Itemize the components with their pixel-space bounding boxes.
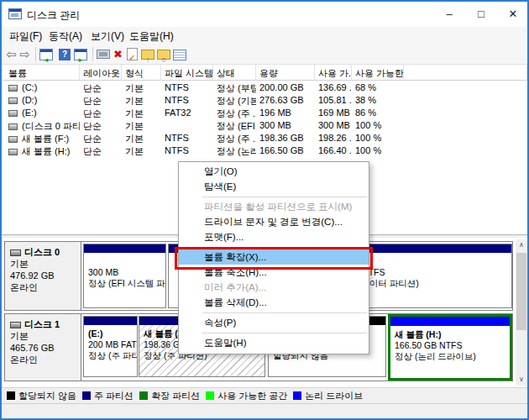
minimize-button[interactable]: – (435, 2, 464, 27)
menu-separator (179, 330, 369, 335)
legend-free-space: 사용 가능한 공간 (206, 390, 287, 402)
table-row[interactable]: (디스크 0 파티션 1) 단순 기본 정상 (EFI ... 300 MB 3… (3, 119, 527, 132)
console-tree-icon[interactable]: ◂ (39, 49, 53, 60)
menu-item-open[interactable]: 열기(O) (179, 164, 369, 179)
cell-layout: 단순 (80, 107, 122, 119)
partition-h-logical[interactable]: 새 볼륨 (H:) 166.50 GB NTFS 정상 (논리 드라이브) (388, 314, 512, 381)
cell-free: 198.26 ... (315, 132, 352, 144)
legend-swatch (293, 391, 301, 400)
column-header-type[interactable]: 형식 (122, 65, 161, 81)
disk0-name: 디스크 0 (24, 247, 60, 257)
folder-up-icon[interactable]: ↑ (141, 50, 155, 60)
computer-icon[interactable] (97, 50, 110, 59)
cell-fs: NTFS (161, 132, 213, 144)
menu-item-help[interactable]: 도움말(H) (179, 335, 369, 350)
menu-item-format[interactable]: 포맷(F)... (179, 229, 369, 244)
partition-efi[interactable]: 300 MB 정상 (EFI 시스템 파티션) (83, 244, 166, 308)
cell-layout: 단순 (80, 94, 122, 107)
cell-fs: NTFS (161, 144, 213, 157)
cell-free: 300 MB (315, 119, 352, 132)
disk1-label[interactable]: 디스크 1 기본 465.76 GB 온라인 (5, 314, 81, 381)
cell-capacity: 300 MB (256, 119, 315, 132)
cell-capacity: 166.50 GB (256, 144, 315, 157)
folder-search-icon[interactable]: ○ (157, 50, 170, 60)
menubar: 파일(F) 동작(A) 보기(V) 도움말(H) (2, 27, 527, 45)
menu-help[interactable]: 도움말(H) (129, 29, 174, 44)
forward-icon[interactable]: ⇨ (19, 47, 30, 61)
properties-icon[interactable] (173, 50, 186, 60)
vertical-scrollbar[interactable]: ∧ ∨ (516, 239, 527, 386)
volume-name: (D:) (22, 95, 37, 105)
cell-layout: 단순 (80, 144, 122, 157)
column-header-free[interactable]: 사용 가... (315, 65, 352, 81)
scroll-down-icon[interactable]: ∨ (516, 374, 527, 386)
cell-type: 기본 (122, 132, 161, 144)
legend-swatch (82, 391, 91, 400)
cell-free: 169 MB (315, 107, 352, 119)
titlebar: 디스크 관리 – □ ✕ (2, 2, 527, 27)
menu-file[interactable]: 파일(F) (9, 29, 42, 44)
cell-pct: 100 % (352, 132, 404, 144)
column-header-status[interactable]: 상태 (213, 65, 256, 81)
menu-item-properties[interactable]: 속성(P) (179, 315, 369, 330)
legend-swatch (139, 391, 148, 400)
cell-type: 기본 (122, 107, 161, 119)
maximize-button[interactable]: □ (467, 2, 495, 27)
column-header-blank[interactable] (404, 65, 527, 81)
disk0-size: 476.92 GB (10, 270, 81, 281)
status-bar (2, 403, 527, 418)
menu-action[interactable]: 동작(A) (49, 29, 82, 44)
column-header-layout[interactable]: 레이아웃 (80, 65, 122, 81)
cell-fs (161, 119, 213, 132)
check-document-icon[interactable]: ✓ (127, 48, 138, 60)
legend-bar: 할당되지 않음 주 파티션 확장 파티션 사용 가능한 공간 논리 드라이브 (2, 387, 527, 403)
cell-status: 정상 (기본... (213, 94, 256, 107)
volume-name: (디스크 0 파티션 1) (22, 121, 80, 131)
menu-item-explore[interactable]: 탐색(E) (179, 179, 369, 194)
action-pane-icon[interactable]: ▸ (74, 49, 87, 60)
cell-type: 기본 (122, 119, 161, 132)
table-row[interactable]: (C:) 단순 기본 NTFS 정상 (부팅... 200.00 GB 136.… (3, 81, 527, 94)
legend-swatch (7, 391, 15, 400)
menu-view[interactable]: 보기(V) (91, 29, 124, 44)
close-button[interactable]: ✕ (499, 2, 527, 27)
cell-fs: NTFS (161, 81, 213, 94)
toolbar-separator (35, 47, 36, 61)
primary-partition-strip (84, 244, 165, 253)
table-row[interactable]: 새 볼륨 (F:) 단순 기본 NTFS 정상 (주 ... 198.36 GB… (3, 132, 527, 144)
column-header-filesystem[interactable]: 파일 시스템 (161, 65, 213, 81)
scroll-up-icon[interactable]: ∧ (516, 239, 527, 251)
column-header-volume[interactable]: 볼륨 (5, 65, 80, 81)
table-row[interactable]: (D:) 단순 기본 NTFS 정상 (기본... 276.63 GB 105.… (3, 94, 527, 107)
disk0-status: 온라인 (10, 281, 81, 293)
cell-capacity: 198.36 GB (256, 132, 315, 144)
disk1-type: 기본 (10, 330, 81, 342)
disk1-status: 온라인 (10, 354, 81, 365)
cell-fs: NTFS (161, 94, 213, 107)
legend-primary-partition: 주 파티션 (82, 390, 134, 402)
cell-pct: 100 % (352, 119, 404, 132)
delete-icon[interactable]: ✖ (113, 47, 123, 61)
table-row[interactable]: (E:) 단순 기본 FAT32 정상 (주 ... 196 MB 169 MB… (3, 107, 527, 119)
window-title: 디스크 관리 (27, 8, 80, 23)
back-icon[interactable]: ⇦ (6, 47, 17, 61)
menu-item-change-drive-letter[interactable]: 드라이브 문자 및 경로 변경(C)... (179, 214, 369, 229)
column-header-capacity[interactable]: 용량 (256, 65, 315, 81)
disk-icon (10, 322, 21, 328)
partition-e[interactable]: (E:) 200 MB FAT32 정상 (주 파티션) (83, 316, 138, 377)
cell-layout: 단순 (80, 132, 122, 144)
disk0-label[interactable]: 디스크 0 기본 476.92 GB 온라인 (5, 242, 81, 310)
menu-item-delete-volume[interactable]: 볼륨 삭제(D)... (179, 295, 369, 310)
scrollbar-thumb[interactable] (516, 253, 526, 330)
column-header-pct-free[interactable]: 사용 가능한... (352, 65, 404, 81)
cell-capacity: 196 MB (256, 107, 315, 119)
volume-icon (8, 110, 18, 117)
cell-type: 기본 (122, 81, 161, 94)
cell-status: 정상 (EFI ... (213, 119, 256, 132)
table-row[interactable]: 새 볼륨 (H:) 단순 기본 NTFS 정상 (논리... 166.50 GB… (3, 144, 527, 157)
help-icon[interactable]: ? (59, 49, 71, 60)
cell-pct: 38 % (352, 94, 404, 107)
cell-pct: 86 % (352, 107, 404, 119)
legend-extended-partition: 확장 파티션 (139, 390, 200, 402)
legend-logical-drive: 논리 드라이브 (293, 390, 363, 402)
